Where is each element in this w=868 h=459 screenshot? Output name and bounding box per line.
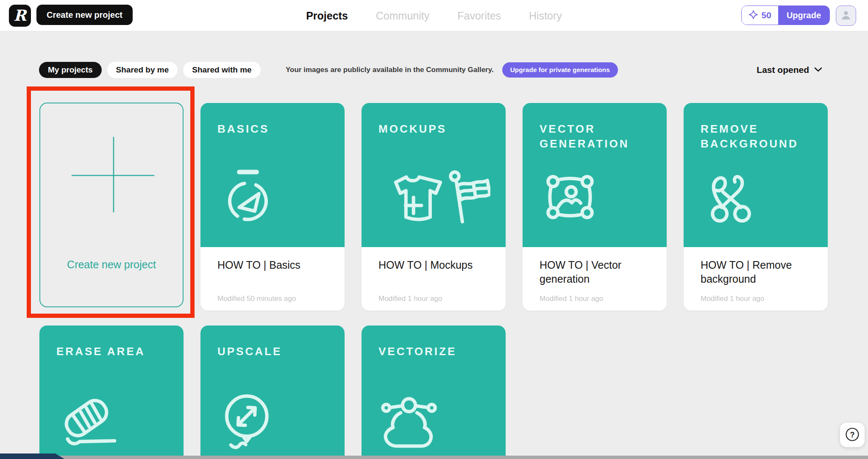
project-card-cover: VECTOR GENERATION [523,103,667,247]
create-new-project-button[interactable]: Create new project [36,5,133,25]
project-card-cover: VECTORIZE [362,325,506,459]
public-gallery-notice: Your images are publicly available in th… [286,62,618,78]
nav-tab-history[interactable]: History [529,10,562,22]
tshirt-flag-icon [377,165,490,229]
project-card-modified: Modified 50 minutes ago [217,295,296,303]
filter-shared-by-me[interactable]: Shared by me [107,62,178,78]
project-card-heading: ERASE AREA [56,344,163,359]
help-button[interactable]: ? [840,423,865,447]
project-card-footer: HOW TO | Remove background Modified 1 ho… [684,247,828,311]
project-card-title: HOW TO | Mockups [378,258,494,272]
project-card[interactable]: UPSCALE [200,325,345,459]
credits-balance: 50 [742,6,778,25]
project-card[interactable]: VECTOR GENERATION HOW TO | Vector genera… [523,103,667,311]
filter-shared-with-me[interactable]: Shared with me [183,62,260,78]
sort-dropdown-label: Last opened [757,65,809,75]
project-card-heading: MOCKUPS [378,122,485,136]
credits-count: 50 [762,10,771,20]
project-card[interactable]: BASICS HOW TO | Basics Modified 50 minut… [200,103,345,311]
project-card-title: HOW TO | Vector generation [540,258,655,286]
project-filter-tabs: My projects Shared by me Shared with me [39,62,261,78]
nav-tab-favorites[interactable]: Favorites [457,10,501,22]
project-card-heading: UPSCALE [217,344,324,359]
bottom-navy-strip [0,453,64,459]
upgrade-private-generations-button[interactable]: Upgrade for private generations [502,62,618,78]
recraft-logo-letter: R [14,8,26,23]
credits-upgrade-pill[interactable]: 50 Upgrade [741,6,830,25]
project-card[interactable]: REMOVE BACKGROUND HOW TO | Remove backgr… [684,103,828,311]
project-card-modified: Modified 1 hour ago [378,295,442,303]
project-card-modified: Modified 1 hour ago [540,295,603,303]
person-icon [840,9,852,22]
project-card-footer: HOW TO | Mockups Modified 1 hour ago [362,247,506,311]
project-card-modified: Modified 1 hour ago [701,295,764,303]
chevron-down-icon [814,66,822,74]
project-card-cover: UPSCALE [200,325,345,459]
recraft-logo[interactable]: R [9,5,31,27]
project-card[interactable]: ERASE AREA [39,325,184,459]
eraser-icon [55,387,119,452]
avatar[interactable] [836,6,856,26]
stopwatch-icon [216,165,280,229]
project-card-title: HOW TO | Basics [217,258,333,272]
plus-icon [40,103,184,249]
svg-text:?: ? [850,430,855,439]
project-card-cover: ERASE AREA [39,325,184,459]
project-card-footer: HOW TO | Basics Modified 50 minutes ago [200,247,345,311]
project-card-heading: REMOVE BACKGROUND [701,122,807,151]
top-bar: R Create new project Projects Community … [0,0,868,31]
bezier-cloud-icon [377,387,441,452]
project-card-title: HOW TO | Remove background [701,258,816,286]
sort-dropdown[interactable]: Last opened [757,62,822,78]
bottom-gray-strip [0,456,868,459]
project-card-heading: VECTOR GENERATION [540,122,646,151]
notice-text: Your images are publicly available in th… [286,66,494,74]
nav-tab-community[interactable]: Community [376,10,429,22]
project-card[interactable]: MOCKUPS HOW TO | Mockups Modified 1 hour… [362,103,506,311]
filter-my-projects[interactable]: My projects [39,62,102,78]
project-card-cover: MOCKUPS [362,103,506,247]
project-card-footer: HOW TO | Vector generation Modified 1 ho… [523,247,667,311]
create-new-project-card[interactable]: Create new project [39,103,184,307]
projects-dashboard: R Create new project Projects Community … [0,0,868,459]
balloon-resize-icon [216,387,280,452]
question-icon: ? [845,427,860,443]
vector-frame-icon [538,165,602,229]
project-card-heading: BASICS [217,122,324,136]
sparkle-credits-icon [748,10,758,21]
project-card-cover: BASICS [200,103,345,247]
create-new-project-card-label: Create new project [40,259,183,271]
main-nav: Projects Community Favorites History [306,0,562,31]
project-card-cover: REMOVE BACKGROUND [684,103,828,247]
upgrade-button[interactable]: Upgrade [778,6,829,25]
nav-tab-projects[interactable]: Projects [306,10,348,22]
project-card-heading: VECTORIZE [378,344,485,359]
scissors-icon [699,165,763,229]
project-card[interactable]: VECTORIZE [362,325,506,459]
